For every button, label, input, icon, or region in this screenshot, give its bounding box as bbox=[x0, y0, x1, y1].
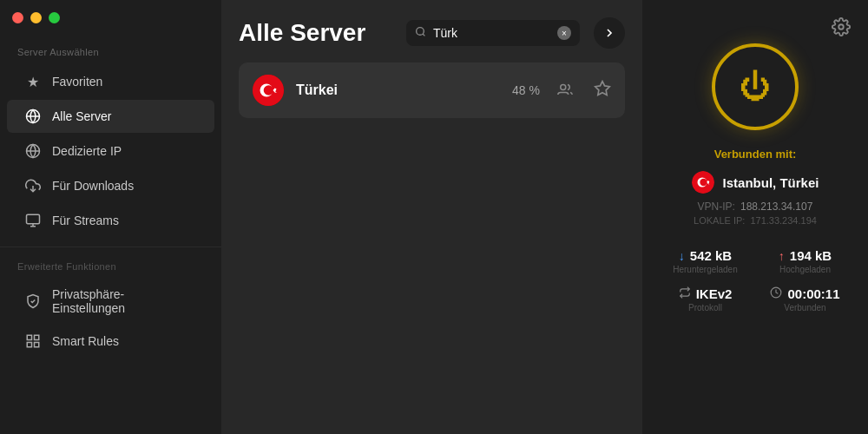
svg-rect-5 bbox=[27, 214, 40, 224]
page-title: Alle Server bbox=[239, 19, 392, 47]
sidebar-item-smart-rules[interactable]: Smart Rules bbox=[7, 325, 214, 358]
download-icon: ↓ bbox=[679, 249, 685, 263]
ip-icon bbox=[24, 142, 42, 160]
sidebar-item-fur-streams[interactable]: Für Streams bbox=[7, 204, 214, 237]
main-content: Alle Server × bbox=[221, 0, 642, 434]
sidebar-item-label: Alle Server bbox=[52, 109, 111, 123]
svg-marker-22 bbox=[595, 81, 610, 95]
sidebar-item-label: Dedizierte IP bbox=[52, 144, 122, 158]
stat-time: 00:00:11 Verbunden bbox=[760, 286, 851, 312]
sidebar-section-label-2: Erweiterte Funktionen bbox=[0, 256, 221, 279]
svg-point-23 bbox=[838, 24, 844, 30]
forward-button[interactable] bbox=[594, 17, 625, 49]
svg-point-12 bbox=[417, 28, 424, 36]
users-icon bbox=[557, 82, 573, 98]
connected-label: Verbunden mit: bbox=[714, 148, 797, 161]
sidebar-item-fur-downloads[interactable]: Für Downloads bbox=[7, 169, 214, 202]
svg-rect-11 bbox=[35, 343, 39, 347]
sidebar-item-label: Für Streams bbox=[52, 214, 119, 227]
traffic-lights bbox=[12, 12, 60, 23]
connection-city-row: Istanbul, Türkei bbox=[692, 171, 819, 194]
connection-info: Istanbul, Türkei VPN-IP: 188.213.34.107 … bbox=[660, 171, 851, 226]
sidebar-divider bbox=[0, 247, 221, 247]
sidebar-item-label: Für Downloads bbox=[52, 179, 134, 193]
search-bar[interactable]: × bbox=[406, 20, 580, 46]
star-icon: ★ bbox=[24, 73, 42, 90]
local-ip-label: LOKALE IP: bbox=[694, 215, 745, 226]
upload-value: 194 kB bbox=[790, 248, 832, 263]
svg-line-13 bbox=[423, 34, 424, 36]
search-icon bbox=[415, 26, 426, 40]
main-header: Alle Server × bbox=[221, 0, 642, 62]
cloud-download-icon bbox=[24, 177, 42, 194]
traffic-light-green[interactable] bbox=[49, 12, 60, 23]
server-row[interactable]: 🇹🇷 Türkei 48 % bbox=[239, 62, 625, 118]
sidebar-item-dedizierte-ip[interactable]: Dedizierte IP bbox=[7, 135, 214, 168]
protocol-label: Protokoll bbox=[688, 303, 722, 312]
sidebar-section-label-1: Server Auswählen bbox=[0, 47, 221, 64]
sidebar-item-label: Smart Rules bbox=[52, 334, 119, 348]
svg-text:🇹🇷: 🇹🇷 bbox=[258, 78, 279, 99]
sidebar-item-favoriten[interactable]: ★ Favoriten bbox=[7, 65, 214, 98]
shield-icon bbox=[24, 293, 42, 310]
sidebar-item-label: Favoriten bbox=[52, 75, 102, 89]
stat-download: ↓ 542 kB Heruntergeladen bbox=[660, 248, 751, 274]
country-flag: 🇹🇷 bbox=[253, 75, 284, 106]
sidebar-item-privatsphare[interactable]: Privatsphäre-Einstellungen bbox=[7, 279, 214, 323]
power-icon: ⏻ bbox=[740, 71, 771, 102]
stats-grid: ↓ 542 kB Heruntergeladen ↑ 194 kB Hochge… bbox=[660, 248, 851, 312]
sidebar-item-label: Privatsphäre-Einstellungen bbox=[52, 287, 197, 315]
svg-rect-10 bbox=[27, 343, 31, 347]
svg-rect-9 bbox=[35, 335, 39, 339]
download-label: Heruntergeladen bbox=[673, 265, 738, 274]
svg-rect-8 bbox=[27, 335, 31, 339]
svg-point-21 bbox=[561, 85, 566, 90]
favorite-star-icon[interactable] bbox=[594, 80, 611, 102]
search-clear-button[interactable]: × bbox=[557, 26, 571, 40]
sidebar: Server Auswählen ★ Favoriten Alle Server… bbox=[0, 0, 221, 434]
stream-icon bbox=[24, 212, 42, 229]
traffic-light-yellow[interactable] bbox=[30, 12, 42, 23]
stat-upload: ↑ 194 kB Hochgeladen bbox=[760, 248, 851, 274]
traffic-light-red[interactable] bbox=[12, 12, 23, 23]
upload-label: Hochgeladen bbox=[779, 265, 831, 274]
download-value: 542 kB bbox=[690, 248, 732, 263]
sidebar-item-alle-server[interactable]: Alle Server bbox=[7, 100, 214, 133]
upload-icon: ↑ bbox=[779, 249, 785, 263]
protocol-icon bbox=[679, 286, 691, 301]
settings-icon[interactable] bbox=[832, 17, 851, 41]
local-ip-value: 171.33.234.194 bbox=[750, 215, 816, 226]
svg-point-26 bbox=[700, 179, 707, 186]
power-button-container: ⏻ bbox=[712, 43, 799, 130]
vpn-ip-value: 188.213.34.107 bbox=[740, 201, 812, 213]
stat-protocol: IKEv2 Protokoll bbox=[660, 286, 751, 312]
connection-city: Istanbul, Türkei bbox=[723, 175, 819, 190]
protocol-value: IKEv2 bbox=[696, 286, 733, 301]
connection-flag bbox=[692, 171, 714, 194]
globe-icon bbox=[24, 108, 42, 125]
server-load: 48 % bbox=[512, 83, 540, 97]
time-value: 00:00:11 bbox=[787, 286, 839, 301]
right-panel: ⏻ Verbunden mit: Istanbul, Türkei VPN-IP… bbox=[642, 0, 868, 434]
power-button[interactable]: ⏻ bbox=[712, 43, 799, 130]
server-list: 🇹🇷 Türkei 48 % bbox=[221, 62, 642, 434]
smart-rules-icon bbox=[24, 332, 42, 350]
time-label: Verbunden bbox=[784, 303, 825, 312]
server-name: Türkei bbox=[296, 82, 500, 98]
vpn-ip-label: VPN-IP: bbox=[698, 201, 735, 213]
search-input[interactable] bbox=[433, 26, 550, 40]
clock-icon bbox=[770, 286, 782, 301]
